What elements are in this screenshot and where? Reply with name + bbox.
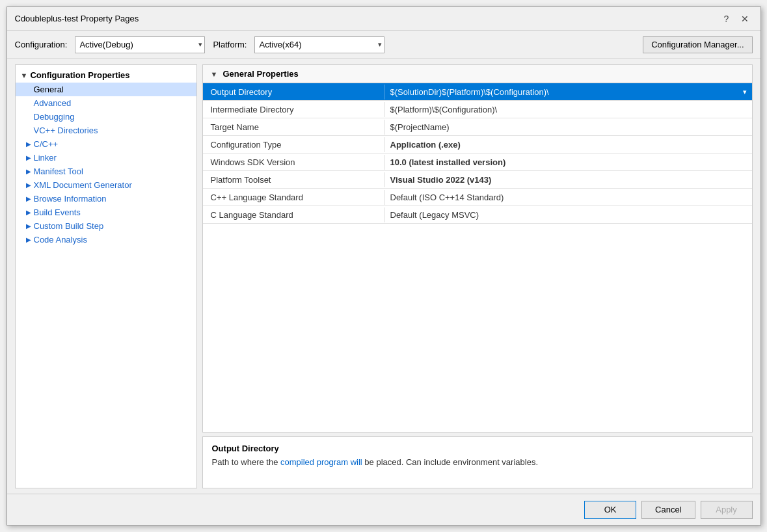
prop-name-c-standard: C Language Standard xyxy=(203,207,385,222)
table-row[interactable]: Output Directory $(SolutionDir)$(Platfor… xyxy=(203,83,752,101)
right-panel: ▼ General Properties Output Directory $(… xyxy=(202,64,753,488)
prop-name-target-name: Target Name xyxy=(203,120,385,135)
configuration-select-wrapper: Active(Debug) xyxy=(75,36,205,53)
prop-value-container-output-dir: $(SolutionDir)$(Platform)\$(Configuratio… xyxy=(385,83,752,100)
platform-label: Platform: xyxy=(213,40,247,49)
info-text: Path to where the compiled program will … xyxy=(212,457,743,467)
table-row[interactable]: Windows SDK Version 10.0 (latest install… xyxy=(203,153,752,171)
prop-name-windows-sdk: Windows SDK Version xyxy=(203,155,385,170)
main-area: ▼ Configuration Properties General Advan… xyxy=(7,59,760,494)
prop-value-cpp-standard: Default (ISO C++14 Standard) xyxy=(390,193,747,202)
info-text-before: Path to where the xyxy=(212,457,281,467)
info-text-after: be placed. Can include environment varia… xyxy=(362,457,538,467)
property-pages-dialog: Cdoubleplus-test Property Pages ? ✕ Conf… xyxy=(7,7,761,525)
sidebar-item-linker[interactable]: ▶ Linker xyxy=(16,151,196,165)
config-manager-button[interactable]: Configuration Manager... xyxy=(643,36,752,53)
sidebar-item-browse-info[interactable]: ▶ Browse Information xyxy=(16,192,196,206)
config-bar: Configuration: Active(Debug) Platform: A… xyxy=(7,31,760,59)
sidebar-item-custom-build-step[interactable]: ▶ Custom Build Step xyxy=(16,219,196,233)
prop-name-output-dir: Output Directory xyxy=(203,85,385,100)
prop-value-container-windows-sdk: 10.0 (latest installed version) xyxy=(385,153,752,170)
info-title: Output Directory xyxy=(212,444,743,453)
prop-name-intermediate-dir: Intermediate Directory xyxy=(203,102,385,117)
sidebar-item-advanced[interactable]: Advanced xyxy=(16,96,196,110)
left-panel: ▼ Configuration Properties General Advan… xyxy=(15,64,197,488)
table-row[interactable]: C Language Standard Default (Legacy MSVC… xyxy=(203,206,752,224)
dialog-title: Cdoubleplus-test Property Pages xyxy=(15,14,139,23)
prop-value-intermediate-dir: $(Platform)\$(Configuration)\ xyxy=(390,105,747,114)
apply-button[interactable]: Apply xyxy=(701,501,753,519)
custom-expand-arrow: ▶ xyxy=(26,222,31,230)
prop-value-container-config-type: Application (.exe) xyxy=(385,136,752,153)
prop-value-c-standard: Default (Legacy MSVC) xyxy=(390,210,747,220)
props-table: Output Directory $(SolutionDir)$(Platfor… xyxy=(203,83,752,432)
browse-expand-arrow: ▶ xyxy=(26,195,31,202)
sidebar-item-cpp[interactable]: ▶ C/C++ xyxy=(16,137,196,151)
table-row[interactable]: Platform Toolset Visual Studio 2022 (v14… xyxy=(203,171,752,189)
sidebar-item-build-events[interactable]: ▶ Build Events xyxy=(16,206,196,219)
info-text-highlight: compiled program will xyxy=(280,457,362,467)
prop-value-platform-toolset: Visual Studio 2022 (v143) xyxy=(390,175,747,185)
prop-value-config-type: Application (.exe) xyxy=(390,140,747,150)
section-expand-arrow: ▼ xyxy=(211,70,218,78)
sidebar-item-xml-doc[interactable]: ▶ XML Document Generator xyxy=(16,178,196,192)
prop-value-target-name: $(ProjectName) xyxy=(390,122,747,132)
code-expand-arrow: ▶ xyxy=(26,236,31,243)
platform-select-wrapper: Active(x64) xyxy=(254,36,384,53)
table-row[interactable]: C++ Language Standard Default (ISO C++14… xyxy=(203,189,752,206)
sidebar-item-vc-directories[interactable]: VC++ Directories xyxy=(16,124,196,137)
linker-expand-arrow: ▶ xyxy=(26,154,31,161)
prop-name-cpp-standard: C++ Language Standard xyxy=(203,190,385,205)
root-expand-arrow: ▼ xyxy=(21,72,28,79)
table-row[interactable]: Target Name $(ProjectName) xyxy=(203,118,752,136)
prop-value-container-cpp-standard: Default (ISO C++14 Standard) xyxy=(385,189,752,206)
sidebar-item-code-analysis[interactable]: ▶ Code Analysis xyxy=(16,233,196,246)
cancel-button[interactable]: Cancel xyxy=(641,501,695,519)
build-expand-arrow: ▶ xyxy=(26,209,31,216)
sidebar-item-general[interactable]: General xyxy=(16,83,196,96)
prop-value-container-platform-toolset: Visual Studio 2022 (v143) xyxy=(385,171,752,188)
platform-select[interactable]: Active(x64) xyxy=(254,36,384,53)
close-button[interactable]: ✕ xyxy=(737,11,753,27)
section-title: General Properties xyxy=(222,69,298,79)
prop-value-container-c-standard: Default (Legacy MSVC) xyxy=(385,206,752,223)
bottom-bar: OK Cancel Apply xyxy=(7,494,760,525)
info-panel: Output Directory Path to where the compi… xyxy=(202,436,753,488)
prop-dropdown-arrow-output-dir[interactable]: ▾ xyxy=(743,88,747,96)
table-row[interactable]: Intermediate Directory $(Platform)\$(Con… xyxy=(203,101,752,118)
properties-container: ▼ General Properties Output Directory $(… xyxy=(202,64,753,432)
tree-root: ▼ Configuration Properties General Advan… xyxy=(16,65,196,249)
prop-value-output-dir: $(SolutionDir)$(Platform)\$(Configuratio… xyxy=(390,87,743,97)
title-bar: Cdoubleplus-test Property Pages ? ✕ xyxy=(7,7,760,31)
prop-value-windows-sdk: 10.0 (latest installed version) xyxy=(390,157,747,167)
title-buttons: ? ✕ xyxy=(719,11,753,27)
sidebar-item-manifest-tool[interactable]: ▶ Manifest Tool xyxy=(16,165,196,178)
cpp-expand-arrow: ▶ xyxy=(26,140,31,148)
root-label: Configuration Properties xyxy=(30,70,129,80)
manifest-expand-arrow: ▶ xyxy=(26,168,31,175)
sidebar-item-debugging[interactable]: Debugging xyxy=(16,110,196,124)
prop-value-container-target-name: $(ProjectName) xyxy=(385,118,752,135)
xml-expand-arrow: ▶ xyxy=(26,181,31,189)
prop-value-container-intermediate-dir: $(Platform)\$(Configuration)\ xyxy=(385,101,752,118)
configuration-label: Configuration: xyxy=(15,40,68,49)
help-button[interactable]: ? xyxy=(719,11,734,27)
table-row[interactable]: Configuration Type Application (.exe) xyxy=(203,136,752,153)
prop-name-config-type: Configuration Type xyxy=(203,137,385,152)
configuration-select[interactable]: Active(Debug) xyxy=(75,36,205,53)
tree-root-header[interactable]: ▼ Configuration Properties xyxy=(16,68,196,83)
ok-button[interactable]: OK xyxy=(584,501,636,519)
prop-name-platform-toolset: Platform Toolset xyxy=(203,172,385,187)
props-header: ▼ General Properties xyxy=(203,65,752,83)
